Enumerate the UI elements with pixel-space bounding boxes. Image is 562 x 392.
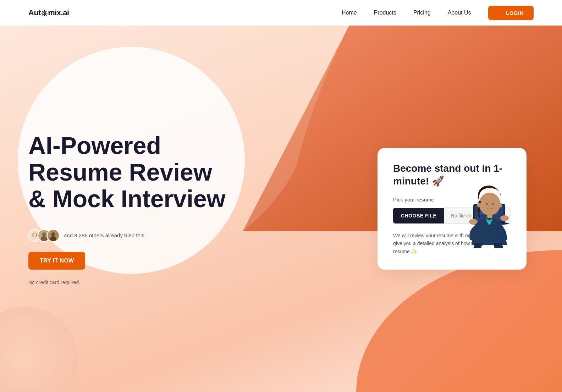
logo-gear-icon xyxy=(41,10,48,16)
svg-line-9 xyxy=(42,15,43,16)
choose-file-button[interactable]: CHOOSE FILE xyxy=(393,208,444,223)
person-svg xyxy=(452,149,523,248)
login-button[interactable]: → LOGIN xyxy=(488,6,534,20)
login-label: LOGIN xyxy=(506,10,524,16)
hero-title: AI-Powered Resume Review & Mock Intervie… xyxy=(28,132,234,212)
avatar-person2-icon xyxy=(48,229,59,242)
svg-point-15 xyxy=(51,232,55,236)
no-credit-text: No credit card required. xyxy=(28,280,234,285)
svg-point-30 xyxy=(492,203,494,205)
svg-point-23 xyxy=(469,219,478,225)
nav-links: Home Products Pricing About Us → LOGIN xyxy=(342,6,534,20)
svg-point-16 xyxy=(50,236,56,241)
try-it-now-button[interactable]: TRY IT NOW xyxy=(28,252,85,270)
social-proof: and 8,286 others already tried this. xyxy=(28,229,234,242)
hero-section: AI-Powered Resume Review & Mock Intervie… xyxy=(0,26,562,392)
svg-line-8 xyxy=(46,11,47,12)
nav-about[interactable]: About Us xyxy=(448,10,471,16)
person-illustration xyxy=(452,149,523,241)
hero-left: AI-Powered Resume Review & Mock Intervie… xyxy=(28,132,234,285)
logo-text: Aut mix.ai xyxy=(28,8,69,17)
svg-point-31 xyxy=(477,203,481,208)
nav-products[interactable]: Products xyxy=(374,10,396,16)
svg-line-6 xyxy=(42,11,43,12)
try-btn-wrapper: TRY IT NOW xyxy=(28,252,234,275)
login-icon: → xyxy=(498,10,503,16)
avatar-group xyxy=(28,229,60,242)
svg-point-24 xyxy=(500,215,509,221)
avatar-2 xyxy=(47,229,60,242)
svg-point-28 xyxy=(479,193,500,215)
social-proof-text: and 8,286 others already tried this. xyxy=(64,232,146,238)
card-wrapper: Become stand out in 1-minute! 🚀 Pick you… xyxy=(378,148,534,270)
svg-point-1 xyxy=(44,12,45,14)
nav-pricing[interactable]: Pricing xyxy=(413,10,431,16)
svg-line-7 xyxy=(46,15,47,16)
svg-point-32 xyxy=(498,203,502,208)
svg-point-13 xyxy=(41,236,47,241)
nav-home[interactable]: Home xyxy=(342,10,357,16)
svg-point-12 xyxy=(42,232,46,236)
navbar: Aut mix.ai Home Products Pricing About U… xyxy=(0,0,562,26)
svg-point-29 xyxy=(486,203,488,205)
logo[interactable]: Aut mix.ai xyxy=(28,8,69,17)
hero-content: AI-Powered Resume Review & Mock Intervie… xyxy=(0,132,562,285)
